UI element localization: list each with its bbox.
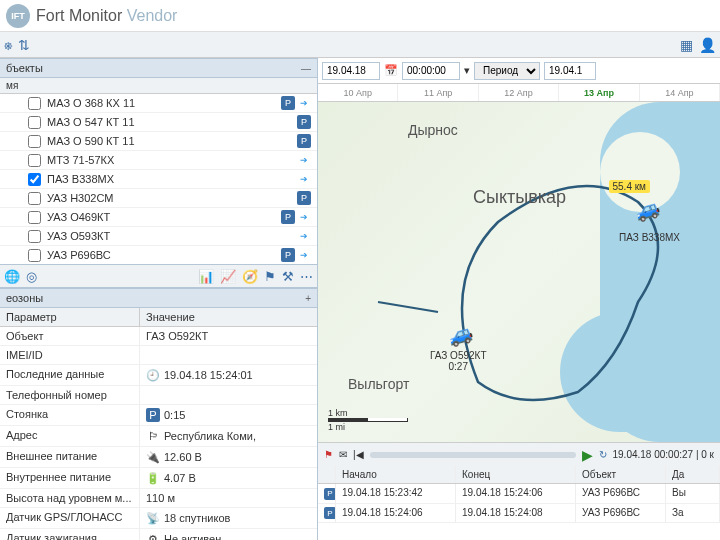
event-row[interactable]: P 19.04.18 15:24:06 19.04.18 15:24:08 УА… [318,504,720,524]
tool-icon-1[interactable]: ⎈ [4,37,12,53]
object-name: МАЗ О 590 КТ 11 [47,135,297,147]
property-row: Датчик зажигания ⚙Не активен [0,529,317,540]
ev-head-end: Конец [456,466,576,483]
mail-icon[interactable]: ✉ [339,449,347,460]
object-row[interactable]: ПАЗ В338МХ ➔ [0,170,317,189]
prop-value: ГАЗ О592КТ [146,330,208,342]
objects-list[interactable]: МАЗ О 368 КХ 11 P ➔ МАЗ О 547 КТ 11 P МА… [0,94,317,264]
prop-value: 18 спутников [164,512,230,524]
prop-icon: 🔋 [146,471,160,485]
time-dropdown-icon[interactable]: ▾ [464,64,470,77]
object-row[interactable]: МТЗ 71-57КХ ➔ [0,151,317,170]
object-row[interactable]: УАЗ Н302СМ P [0,189,317,208]
calendar-icon[interactable]: 📅 [384,64,398,77]
parking-icon: P [146,408,160,422]
object-checkbox[interactable] [28,211,41,224]
date-timeline[interactable]: 10 Апр11 Апр12 Апр13 Апр14 Апр [318,84,720,102]
flag-icon[interactable]: ⚑ [264,269,276,284]
tool-icon-2[interactable]: ⇅ [18,37,30,53]
prop-key: Внешнее питание [0,447,140,467]
object-row[interactable]: МАЗ О 590 КТ 11 P [0,132,317,151]
prop-value: 110 м [146,492,175,504]
object-checkbox[interactable] [28,192,41,205]
object-checkbox[interactable] [28,173,41,186]
object-name: МАЗ О 547 КТ 11 [47,116,297,128]
tool-icon-4[interactable]: 👤 [699,37,716,53]
object-checkbox[interactable] [28,97,41,110]
more-icon[interactable]: ⋯ [300,269,313,284]
map-scale: 1 km 1 mi [328,408,408,432]
target-icon[interactable]: ◎ [26,269,37,284]
date-from-input[interactable] [322,62,380,80]
object-checkbox[interactable] [28,135,41,148]
prop-key: Адрес [0,426,140,446]
property-row: Внешнее питание 🔌12.60 В [0,447,317,468]
timeline-day[interactable]: 12 Апр [479,84,559,101]
timeline-day[interactable]: 10 Апр [318,84,398,101]
timeline-day[interactable]: 11 Апр [398,84,478,101]
arrow-icon: ➔ [297,248,311,262]
parking-badge: P [281,96,295,110]
prop-icon: 🔌 [146,450,160,464]
object-checkbox[interactable] [28,249,41,262]
event-row[interactable]: P 19.04.18 15:23:42 19.04.18 15:24:06 УА… [318,484,720,504]
event-object: УАЗ Р696ВС [576,484,666,503]
arrow-icon: ➔ [297,153,311,167]
object-row[interactable]: УАЗ О593КТ ➔ [0,227,317,246]
parking-badge: P [281,210,295,224]
city-label: Сыктывкар [473,187,566,208]
step-back-icon[interactable]: |◀ [353,449,364,460]
object-row[interactable]: УАЗ Р696ВС P ➔ [0,246,317,264]
prop-icon: 🏳 [146,429,160,443]
date-to-input[interactable] [544,62,596,80]
arrow-icon: ➔ [297,210,311,224]
flag-red-icon[interactable]: ⚑ [324,449,333,460]
prop-key: Стоянка [0,405,140,425]
playback-status: 19.04.18 00:00:27 | 0 к [613,449,715,460]
play-button[interactable]: ▶ [582,447,593,463]
period-select[interactable]: Период [474,62,540,80]
timeline-day[interactable]: 14 Апр [640,84,720,101]
object-row[interactable]: МАЗ О 368 КХ 11 P ➔ [0,94,317,113]
main-toolbar: ⎈ ⇅ ▦ 👤 [0,32,720,58]
prop-value: 12.60 В [164,451,202,463]
left-panel: бъекты — мя МАЗ О 368 КХ 11 P ➔ МАЗ О 54… [0,58,318,540]
app-header: IFT Fort Monitor Vendor [0,0,720,32]
property-row: IMEI/ID [0,346,317,365]
property-row: Объект ГАЗ О592КТ [0,327,317,346]
expand-icon[interactable]: + [305,293,311,304]
prop-value: 19.04.18 15:24:01 [164,369,253,381]
vehicle-icon-2[interactable]: 🚙 [445,319,475,349]
timeline-day[interactable]: 13 Апр [559,84,639,101]
chart-icon[interactable]: 📊 [198,269,214,284]
graph-icon[interactable]: 📈 [220,269,236,284]
loop-icon[interactable]: ↻ [599,449,607,460]
prop-key: Внутреннее питание [0,468,140,488]
map-canvas[interactable]: Дырнос Сыктывкар Выльгорт 55.4 км 🚙 ПАЗ … [318,102,720,442]
events-grid[interactable]: Начало Конец Объект Да P 19.04.18 15:23:… [318,466,720,540]
collapse-icon[interactable]: — [301,63,311,74]
arrow-icon: ➔ [297,229,311,243]
globe-icon[interactable]: 🌐 [4,269,20,284]
property-row: Последние данные 🕘19.04.18 15:24:01 [0,365,317,386]
prop-key: Последние данные [0,365,140,385]
objects-panel-title[interactable]: бъекты — [0,58,317,78]
object-checkbox[interactable] [28,116,41,129]
tools-icon[interactable]: ⚒ [282,269,294,284]
ev-head-d: Да [666,466,720,483]
object-row[interactable]: МАЗ О 547 КТ 11 P [0,113,317,132]
object-checkbox[interactable] [28,154,41,167]
tool-icon-3[interactable]: ▦ [680,37,693,53]
object-checkbox[interactable] [28,230,41,243]
object-name: УАЗ Н302СМ [47,192,297,204]
ev-head-start: Начало [336,466,456,483]
property-row: Внутреннее питание 🔋4.07 В [0,468,317,489]
parking-badge: P [324,488,336,500]
geozones-panel-title[interactable]: еозоны + [0,288,317,308]
time-from-input[interactable] [402,62,460,80]
object-row[interactable]: УАЗ О469КТ P ➔ [0,208,317,227]
event-end: 19.04.18 15:24:08 [456,504,576,523]
route-icon[interactable]: 🧭 [242,269,258,284]
parking-badge: P [297,115,311,129]
playback-track[interactable] [370,452,576,458]
